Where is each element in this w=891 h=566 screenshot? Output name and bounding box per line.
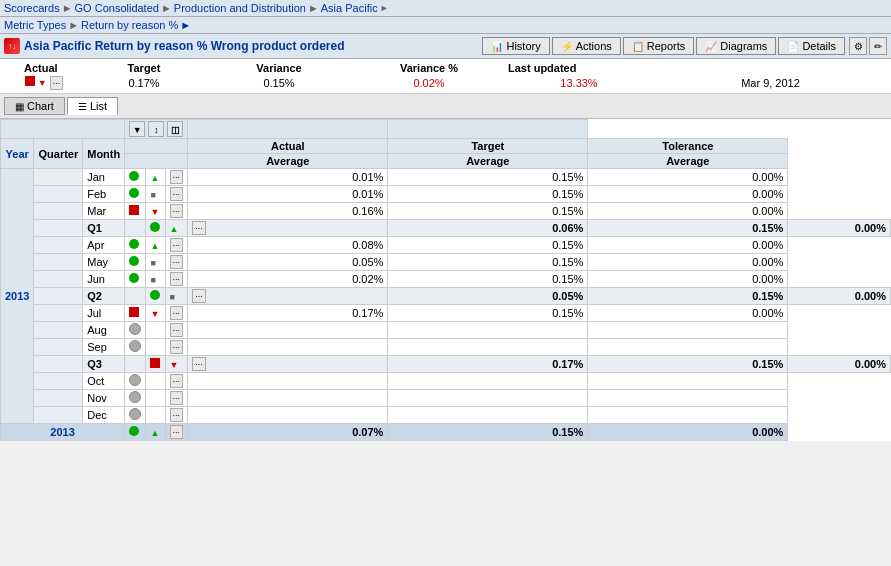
more-cell[interactable]: ··· (165, 271, 188, 288)
status-cell (146, 288, 165, 305)
more-cell[interactable]: ··· (165, 407, 188, 424)
status-cell (146, 356, 165, 373)
tab-diagrams[interactable]: 📈 Diagrams (696, 37, 776, 55)
more-cell[interactable]: ··· (165, 424, 188, 441)
more-cell[interactable]: ··· (165, 169, 188, 186)
target-val: 0.15% (588, 356, 788, 373)
trend-cell: ■ (146, 271, 165, 288)
status-cell (125, 254, 146, 271)
row-more-btn[interactable]: ··· (170, 340, 184, 354)
tab-details[interactable]: 📄 Details (778, 37, 845, 55)
green-status-icon (150, 222, 160, 232)
tolerance-val: 0.00% (588, 186, 788, 203)
green-status-icon (129, 171, 139, 181)
trend-cell: ■ (165, 288, 188, 305)
chart-tab[interactable]: ▦ Chart (4, 97, 65, 115)
more-cell[interactable]: ··· (165, 322, 188, 339)
more-cell[interactable]: ··· (165, 186, 188, 203)
list-icon: ☰ (78, 101, 87, 112)
more-options-button[interactable]: ··· (50, 76, 64, 90)
row-more-btn[interactable]: ··· (170, 408, 184, 422)
more-cell[interactable]: ··· (165, 339, 188, 356)
list-tab[interactable]: ☰ List (67, 97, 118, 115)
tolerance-sub-header: Average (588, 154, 788, 169)
trend-flat-icon: ■ (150, 258, 155, 268)
main-table-wrapper: ▼ ↕ ◫ Year Quarter Month Actual Target T… (0, 119, 891, 555)
actual-val: 0.05% (388, 288, 588, 305)
month-label: Jul (83, 305, 125, 322)
more-cell[interactable]: ··· (188, 220, 388, 237)
row-more-btn[interactable]: ··· (170, 255, 184, 269)
row-more-btn[interactable]: ··· (170, 170, 184, 184)
trend-cell: ▼ (165, 356, 188, 373)
row-more-btn[interactable]: ··· (170, 204, 184, 218)
row-more-btn[interactable]: ··· (170, 323, 184, 337)
tab-actions[interactable]: ⚡ Actions (552, 37, 621, 55)
more-cell[interactable]: ··· (165, 237, 188, 254)
history-icon: 📊 (491, 41, 503, 52)
trend-cell (146, 390, 165, 407)
row-more-btn[interactable]: ··· (170, 187, 184, 201)
month-cell (125, 356, 146, 373)
row-more-btn[interactable]: ··· (192, 221, 206, 235)
ctrl-col-header (125, 139, 188, 154)
actions-icon: ⚡ (561, 41, 573, 52)
actual-val: 0.08% (188, 237, 388, 254)
breadcrumb-scorecards[interactable]: Scorecards (4, 2, 60, 14)
row-more-btn[interactable]: ··· (170, 391, 184, 405)
tab-reports[interactable]: 📋 Reports (623, 37, 695, 55)
status-cell (125, 339, 146, 356)
col-options-actual[interactable]: ◫ (167, 121, 183, 137)
more-cell[interactable]: ··· (165, 390, 188, 407)
trend-down-icon: ▼ (170, 360, 179, 370)
return-by-reason-link[interactable]: Return by reason % (81, 19, 178, 31)
edit-button[interactable]: ✏ (869, 37, 887, 55)
row-more-btn[interactable]: ··· (170, 306, 184, 320)
breadcrumb-production[interactable]: Production and Distribution (174, 2, 306, 14)
row-more-btn[interactable]: ··· (170, 425, 184, 439)
quarter-cell: Q1 (83, 220, 125, 237)
actual-val: 0.02% (188, 271, 388, 288)
row-more-btn[interactable]: ··· (170, 374, 184, 388)
year-cell: 2013 (1, 169, 34, 424)
quarter-label (34, 169, 83, 186)
green-status-icon (129, 426, 139, 436)
quarter-label (34, 186, 83, 203)
quarter-label (34, 322, 83, 339)
main-table: ▼ ↕ ◫ Year Quarter Month Actual Target T… (0, 119, 891, 441)
more-cell[interactable]: ··· (165, 373, 188, 390)
more-cell[interactable]: ··· (165, 305, 188, 322)
target-val (388, 390, 588, 407)
stats-row: Actual Target Variance Variance % Last u… (0, 59, 891, 94)
month-label: Oct (83, 373, 125, 390)
metric-type-link[interactable]: Metric Types (4, 19, 66, 31)
trend-up-icon: ▲ (150, 241, 159, 251)
actual-val: 0.07% (188, 424, 388, 441)
breadcrumb-go-consolidated[interactable]: GO Consolidated (75, 2, 159, 14)
gray-status-icon (129, 323, 141, 335)
more-cell[interactable]: ··· (188, 356, 388, 373)
row-more-btn[interactable]: ··· (192, 357, 206, 371)
filter-icon-actual[interactable]: ▼ (129, 121, 145, 137)
status-cell (125, 203, 146, 220)
variance-header: Variance (204, 61, 354, 75)
settings-button[interactable]: ⚙ (849, 37, 867, 55)
target-val: 0.15% (388, 203, 588, 220)
target-value: 0.15% (204, 75, 354, 91)
actual-val (188, 322, 388, 339)
more-cell[interactable]: ··· (165, 203, 188, 220)
actual-val: 0.01% (188, 169, 388, 186)
status-cell (125, 407, 146, 424)
row-more-btn[interactable]: ··· (170, 238, 184, 252)
more-cell[interactable]: ··· (165, 254, 188, 271)
row-more-btn[interactable]: ··· (192, 289, 206, 303)
tab-history[interactable]: 📊 History (482, 37, 549, 55)
green-status-icon (129, 256, 139, 266)
sort-icon-actual[interactable]: ↕ (148, 121, 164, 137)
actual-header: Actual (4, 61, 84, 75)
target-val (388, 407, 588, 424)
more-cell[interactable]: ··· (188, 288, 388, 305)
breadcrumb-asia-pacific[interactable]: Asia Pacific (321, 2, 378, 14)
quarter-label (34, 407, 83, 424)
row-more-btn[interactable]: ··· (170, 272, 184, 286)
